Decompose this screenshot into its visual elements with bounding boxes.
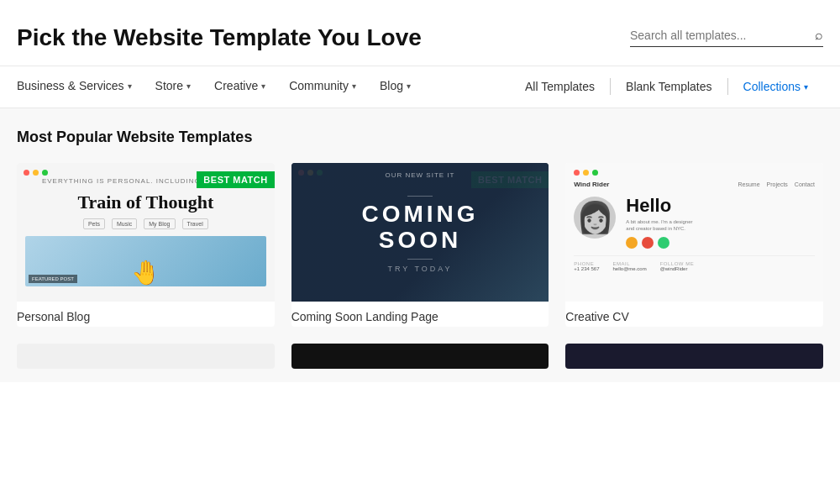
nav-item-community[interactable]: Community ▾ [277,66,368,108]
cv-circles [626,237,815,249]
cv-hello-text: Hello [626,197,815,215]
dot-green-3 [592,170,598,176]
template-card-personal-blog[interactable]: BEST MATCH EVERYTHING IS PERSONAL. INCLU… [17,163,275,327]
template-thumb-coming-soon: BEST MATCH OUR NEW SITE IT COMINGSOON TR… [291,163,549,302]
dot-green-dot [42,170,48,176]
cv-logo: Wind Rider [574,181,609,188]
cs-sub: TRY TODAY [361,265,478,273]
nav-label-blog: Blog [380,79,403,92]
window-dots-3 [574,170,815,176]
cv-footer-follow: Follow Me @windRider [660,261,695,271]
chevron-down-icon: ▾ [352,81,356,91]
template-card-bottom-3[interactable] [565,344,823,369]
chevron-down-icon: ▾ [128,81,132,91]
blog-nav-pill: Travel [182,218,208,229]
search-container: ⌕ [630,28,823,47]
page-title: Pick the Website Template You Love [17,24,422,52]
cv-nav-link: Contact [795,181,815,187]
hand-illustration: 🤚 [131,259,160,286]
window-dots [24,170,48,176]
avatar-image: 👩 [576,200,614,235]
nav-all-templates[interactable]: All Templates [510,66,610,108]
blog-nav-pill: Pets [83,218,105,229]
blog-nav-pill: My Blog [144,218,175,229]
dot-yellow-3 [583,170,589,176]
template-thumb-cv: Wind Rider Resume Projects Contact 👩 Hel… [565,163,823,302]
section-title: Most Popular Website Templates [17,129,823,146]
cv-nav-link: Resume [738,181,759,187]
chevron-down-icon: ▾ [261,81,265,91]
template-card-creative-cv[interactable]: Wind Rider Resume Projects Contact 👩 Hel… [565,163,823,327]
template-label-coming-soon: Coming Soon Landing Page [291,302,549,327]
cv-nav-links: Resume Projects Contact [738,181,815,187]
blog-nav-pill: Music [112,218,137,229]
nav-item-blog[interactable]: Blog ▾ [368,66,423,108]
cv-circle-green [658,237,669,249]
nav-label-creative: Creative [214,79,258,92]
cs-nav: OUR NEW SITE IT [291,171,549,179]
search-icon[interactable]: ⌕ [815,28,823,43]
cv-body: 👩 Hello A bit about me. I'm a designeran… [574,197,815,249]
blog-nav-bar: Pets Music My Blog Travel [83,218,208,229]
nav-item-creative[interactable]: Creative ▾ [202,66,277,108]
template-grid-bottom [17,344,823,369]
dot-red [24,170,29,176]
template-card-coming-soon[interactable]: BEST MATCH OUR NEW SITE IT COMINGSOON TR… [291,163,549,327]
chevron-down-icon: ▾ [186,81,191,91]
page-header: Pick the Website Template You Love ⌕ [0,0,840,66]
blog-image: FEATURED POST 🤚 [25,236,266,286]
template-card-bottom-1[interactable] [17,344,275,369]
cv-nav-bar: Wind Rider Resume Projects Contact [574,181,815,188]
template-label-personal-blog: Personal Blog [17,302,275,327]
cs-nav-text: OUR NEW SITE IT [385,171,454,179]
template-label-creative-cv: Creative CV [565,302,823,327]
dot-red-3 [574,170,580,176]
cv-hello-section: Hello A bit about me. I'm a designerand … [626,197,815,249]
cv-footer: Phone +1 234 567 Email hello@me.com Foll… [574,255,815,271]
nav-label-community: Community [289,79,349,92]
template-grid: BEST MATCH EVERYTHING IS PERSONAL. INCLU… [17,163,823,327]
main-content: Most Popular Website Templates BEST MATC… [0,108,840,382]
chevron-down-icon: ▾ [407,81,411,91]
best-match-badge: BEST MATCH [197,171,274,188]
nav-item-business[interactable]: Business & Services ▾ [17,66,144,108]
nav-item-store[interactable]: Store ▾ [144,66,202,108]
nav-label-business: Business & Services [17,79,124,92]
cv-footer-phone: Phone +1 234 567 [574,261,599,271]
template-card-bottom-2[interactable] [291,344,549,369]
nav-right: All Templates Blank Templates Collection… [510,66,823,108]
cv-circle-red [642,237,654,249]
cs-big-text: COMINGSOON [361,202,478,254]
nav-left: Business & Services ▾ Store ▾ Creative ▾… [17,66,510,108]
search-input[interactable] [630,29,810,42]
blog-title: Train of Thought [77,192,213,213]
chevron-down-icon: ▾ [804,82,808,92]
cs-line [407,196,433,197]
cv-circle-orange [626,237,638,249]
avatar: 👩 [574,197,616,239]
nav-label-store: Store [155,79,183,92]
cv-nav-link: Projects [767,181,788,187]
blog-featured-label: FEATURED POST [29,275,77,283]
dot-yellow [33,170,39,176]
template-thumb-personal-blog: BEST MATCH EVERYTHING IS PERSONAL. INCLU… [17,163,275,302]
cv-desc: A bit about me. I'm a designerand creato… [626,218,815,233]
cs-content: COMINGSOON TRY TODAY [361,191,478,273]
nav-collections[interactable]: Collections ▾ [728,66,823,108]
nav-blank-templates[interactable]: Blank Templates [611,66,727,108]
cv-footer-email: Email hello@me.com [613,261,647,271]
main-nav: Business & Services ▾ Store ▾ Creative ▾… [0,66,840,108]
cs-line-2 [407,259,433,260]
